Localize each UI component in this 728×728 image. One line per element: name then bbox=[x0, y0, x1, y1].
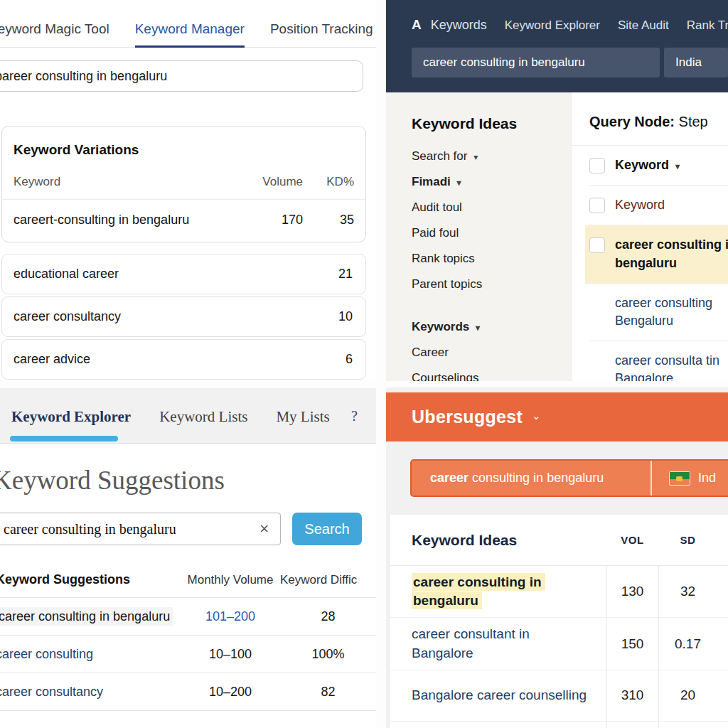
tab-keyword-lists[interactable]: Keyword Lists bbox=[159, 408, 247, 426]
keyword-row[interactable]: Keyword bbox=[589, 186, 728, 225]
india-flag-icon bbox=[669, 471, 690, 486]
keyword-link[interactable]: career consulta tin Bangalore bbox=[615, 352, 728, 381]
country-selector[interactable]: Ind bbox=[652, 461, 716, 496]
keyword-link[interactable]: Bangalore career counselling bbox=[390, 679, 606, 712]
keyword-link[interactable]: career consulting bbox=[0, 647, 93, 661]
tab-keyword-explorer[interactable]: Keyword Explorer bbox=[11, 408, 131, 426]
nav-keyword-explorer[interactable]: Keyword Explorer bbox=[505, 18, 600, 33]
panel-bottom-right-ubersuggest: Ubersuggest ⌄ career consulting in benga… bbox=[386, 387, 728, 728]
column-divider bbox=[658, 566, 659, 728]
explorer-body: Keyword Ideas Search for ▾ Fimadi ▾ Audi… bbox=[386, 92, 728, 381]
sidebar-item-parent-topics[interactable]: Parent topics bbox=[412, 277, 572, 303]
search-value-bold: career bbox=[430, 471, 469, 485]
keyword-row[interactable]: career consultancy 10 bbox=[1, 296, 366, 337]
sidebar-item-audit-toul[interactable]: Audit toul bbox=[412, 200, 572, 226]
keyword-link[interactable]: career consultant in Bangalore bbox=[390, 618, 606, 669]
chevron-down-icon: ▾ bbox=[457, 178, 461, 188]
chevron-down-icon: ▾ bbox=[473, 152, 478, 162]
ubersuggest-header: Ubersuggest ⌄ bbox=[386, 392, 728, 441]
keyword-label: Keyword bbox=[615, 196, 728, 214]
col-volume: Volume bbox=[237, 175, 303, 189]
row-checkbox[interactable] bbox=[589, 237, 605, 253]
keyword-column-header[interactable]: Keyword ▾ bbox=[615, 156, 728, 174]
col-vol: VOL bbox=[606, 534, 658, 546]
column-divider bbox=[606, 566, 607, 728]
tab-my-lists[interactable]: My Lists bbox=[276, 408, 329, 426]
col-monthly-volume: Monthly Volume bbox=[181, 573, 280, 587]
tab-keyword-manager-label: Keyword Manager bbox=[135, 21, 245, 36]
table-row[interactable]: career consulting in bengaluru 130 32 bbox=[390, 566, 728, 618]
sidebar-section-keywords[interactable]: Keywords ▾ bbox=[412, 320, 572, 346]
active-tab-underline bbox=[135, 46, 245, 48]
help-icon[interactable]: ? bbox=[351, 408, 358, 424]
tab-keyword-magic-tool[interactable]: Keyword Magic Tool bbox=[0, 21, 109, 37]
select-all-checkbox[interactable] bbox=[589, 158, 605, 173]
panel-bottom-left-keyword-explorer: Keyword Explorer Keyword Lists My Lists … bbox=[0, 388, 376, 728]
keyword-row[interactable]: career consulta tin Bangalore bbox=[589, 341, 728, 381]
nav-rank-tracker[interactable]: Rank Tr bbox=[687, 18, 728, 33]
search-row: career consulting in bengaluru × Search bbox=[0, 513, 376, 545]
keyword-link[interactable]: career consulting Bengaluru bbox=[615, 294, 728, 330]
sidebar-item-courtselings[interactable]: Courtselings bbox=[412, 371, 572, 381]
keyword-table-header-row: Keyword ▾ bbox=[589, 146, 728, 186]
sidebar-item-fimadi[interactable]: Fimadi ▾ bbox=[412, 175, 572, 200]
clipped-table-row: career counselling 1–20 10 bbox=[0, 710, 376, 717]
table-row[interactable]: career counselling 1–20 10 bbox=[0, 710, 376, 717]
keyword-row[interactable]: career consulting Bengaluru bbox=[589, 284, 728, 341]
keyword-variations-card: Keyword Variations Keyword Volume KD% ca… bbox=[1, 126, 366, 242]
brand-logo[interactable]: A bbox=[412, 17, 422, 33]
keyword-ideas-sidebar: Keyword Ideas Search for ▾ Fimadi ▾ Audi… bbox=[386, 92, 572, 381]
keyword-search-input[interactable]: bareer consulting in bengaluru bbox=[0, 60, 363, 92]
col-sd: SD bbox=[658, 534, 717, 546]
sidebar-item-career[interactable]: Career bbox=[412, 346, 572, 371]
keyword-search-input[interactable]: career consulting in bengaluru bbox=[412, 48, 660, 77]
tab-position-tracking[interactable]: Position Tracking bbox=[270, 21, 373, 37]
row-checkbox[interactable] bbox=[589, 198, 605, 213]
row-keyword: career advice bbox=[14, 352, 90, 367]
sidebar-title: Keyword Ideas bbox=[412, 115, 572, 132]
nav-keywords[interactable]: Keywords bbox=[431, 18, 487, 33]
row-keyword: career consultancy bbox=[14, 309, 121, 324]
nav-site-audit[interactable]: Site Audit bbox=[618, 18, 669, 33]
difficulty-cell: 82 bbox=[280, 685, 376, 700]
sidebar-item-rank-topics[interactable]: Rank topics bbox=[412, 252, 572, 277]
keyword-search-bar[interactable]: career consulting in bengaluru Ind bbox=[410, 459, 728, 497]
table-row[interactable]: careert-consulting in bengaluru 170 35 bbox=[14, 200, 354, 242]
sidebar-item-search-for[interactable]: Search for ▾ bbox=[412, 149, 572, 175]
sidebar-item-paid-foul[interactable]: Paid foul bbox=[412, 226, 572, 252]
col-keyword-suggestions: Keyword Suggestions bbox=[0, 572, 181, 587]
keyword-row[interactable]: educational career 21 bbox=[1, 254, 366, 294]
keyword-highlighted[interactable]: career consulting in bengaluru bbox=[412, 573, 545, 609]
volume-link[interactable]: 101–200 bbox=[205, 609, 255, 623]
sd-cell: 32 bbox=[658, 584, 717, 599]
close-icon[interactable]: × bbox=[259, 520, 269, 538]
app-nav: A Keywords Keyword Explorer Site Audit R… bbox=[412, 17, 728, 33]
table-row[interactable]: career consulting 10–100 100% bbox=[0, 635, 376, 673]
brand-title[interactable]: Ubersuggest bbox=[412, 407, 523, 427]
table-row[interactable]: career consultancy 10–200 82 bbox=[0, 673, 376, 710]
country-selector[interactable]: India bbox=[664, 48, 728, 77]
variations-column-headers: Keyword Volume KD% bbox=[14, 175, 354, 189]
tab-keyword-manager[interactable]: Keyword Manager bbox=[135, 21, 245, 37]
keyword-cell: career consulting in bengaluru bbox=[0, 607, 173, 626]
table-row[interactable]: Bangalore career counselling 310 20 bbox=[390, 670, 728, 722]
keyword-ideas-card: Keyword Ideas VOL SD career consulting i… bbox=[390, 515, 728, 728]
keyword-row[interactable]: career advice 6 bbox=[1, 339, 366, 380]
keyword-row-highlighted[interactable]: career consulting in bengaluru bbox=[585, 225, 728, 283]
difficulty-cell: 28 bbox=[280, 609, 376, 624]
query-node-title: Query Node: Step bbox=[589, 114, 728, 130]
keyword-link[interactable]: career consultancy bbox=[0, 685, 103, 699]
sd-cell: 0.17 bbox=[658, 636, 717, 652]
search-button[interactable]: Search bbox=[292, 513, 362, 545]
table-row[interactable]: career consultant in Bangalore 150 0.17 bbox=[390, 618, 728, 670]
search-value-rest: consulting in bengaluru bbox=[469, 471, 604, 485]
col-kd: KD% bbox=[303, 175, 354, 189]
col-keyword-ideas: Keyword Ideas bbox=[390, 532, 606, 549]
row-keyword: careert-consulting in bengaluru bbox=[14, 213, 237, 228]
table-row[interactable]: career consulting in bengaluru 101–200 2… bbox=[0, 597, 376, 635]
row-keyword: educational career bbox=[14, 267, 119, 282]
header-search-row: career consulting in bengaluru India bbox=[412, 48, 728, 77]
table-header-row: Keyword Ideas VOL SD bbox=[390, 515, 728, 566]
keyword-search-input[interactable]: career consulting in bengaluru × bbox=[0, 513, 281, 545]
table-header-row: Keyword Suggestions Monthly Volume Keywo… bbox=[0, 572, 376, 597]
